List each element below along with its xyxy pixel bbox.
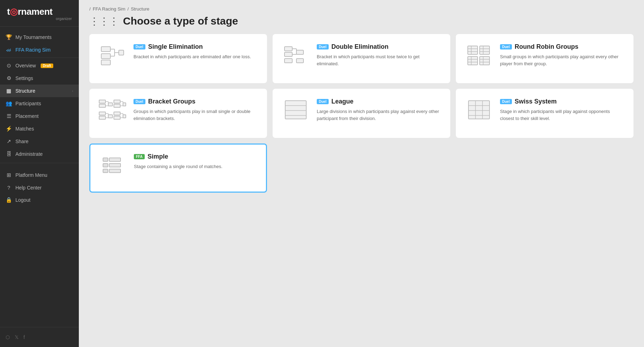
stage-types-grid: Duel Single Elimination Bracket in which… <box>79 34 644 193</box>
round-robin-desc: Small groups in which participants play … <box>500 53 624 67</box>
administrate-icon: 🗄 <box>6 151 12 157</box>
tournament-name-label: FFA Racing Sim <box>15 47 50 53</box>
svg-rect-69 <box>109 164 121 167</box>
sidebar-item-settings[interactable]: ⚙ Settings <box>0 72 79 85</box>
svg-rect-55 <box>123 115 126 118</box>
simple-title: Simple <box>148 153 168 160</box>
svg-rect-70 <box>103 169 108 173</box>
sidebar-item-help-center[interactable]: ? Help Center <box>0 181 79 194</box>
simple-tag: FFA <box>134 154 145 159</box>
sidebar-divider-2 <box>0 163 79 163</box>
logout-icon: 🔒 <box>6 197 12 203</box>
sidebar-section-platform: ⊞ Platform Menu ? Help Center 🔒 Logout <box>0 165 79 208</box>
svg-rect-60 <box>468 101 489 119</box>
breadcrumb-separator-2: / <box>128 6 129 12</box>
card-double-elimination[interactable]: Duel Double Elimination Bracket in which… <box>273 34 450 83</box>
single-elim-title: Single Elimination <box>148 43 203 51</box>
share-icon: ↗ <box>6 138 12 145</box>
svg-rect-24 <box>468 56 478 65</box>
card-league[interactable]: Duel League Large divisions in which par… <box>273 89 450 138</box>
card-simple[interactable]: FFA Simple Stage containing a single rou… <box>89 144 267 193</box>
matches-label: Matches <box>15 126 34 132</box>
bracket-groups-icon <box>98 98 126 123</box>
structure-icon: ▦ <box>6 88 12 94</box>
breadcrumb: / FFA Racing Sim / Structure <box>79 0 644 15</box>
single-elim-icon <box>98 43 126 68</box>
svg-rect-39 <box>114 104 120 107</box>
svg-rect-14 <box>296 59 303 63</box>
card-swiss-content: Duel Swiss System Stage in which partici… <box>500 98 624 122</box>
card-league-content: Duel League Large divisions in which par… <box>317 98 441 122</box>
sidebar-item-matches[interactable]: ⚡ Matches <box>0 122 79 135</box>
svg-rect-66 <box>103 158 108 161</box>
svg-rect-37 <box>108 103 112 106</box>
sidebar-item-overview[interactable]: ⊙ Overview Draft <box>0 59 79 72</box>
league-tag: Duel <box>317 99 329 104</box>
simple-icon <box>99 153 127 178</box>
svg-rect-33 <box>99 104 105 107</box>
discord-icon[interactable]: ⬡ <box>6 334 10 340</box>
logo[interactable]: t◎rnament <box>7 6 72 17</box>
round-robin-tag: Duel <box>500 44 512 49</box>
double-elim-tag: Duel <box>317 44 329 49</box>
sidebar-item-administrate[interactable]: 🗄 Administrate <box>0 148 79 160</box>
logout-label: Logout <box>15 197 30 203</box>
swiss-tag: Duel <box>500 99 512 104</box>
twitter-icon[interactable]: 𝕏 <box>15 334 19 340</box>
svg-rect-0 <box>101 47 110 52</box>
card-simple-content: FFA Simple Stage containing a single rou… <box>134 153 258 170</box>
svg-rect-56 <box>285 101 306 119</box>
page-title: Choose a type of stage <box>123 15 238 27</box>
svg-rect-38 <box>114 100 120 103</box>
bracket-groups-desc: Groups in which participants play in sma… <box>133 108 258 122</box>
platform-menu-icon: ⊞ <box>6 172 12 178</box>
card-swiss-system[interactable]: Duel Swiss System Stage in which partici… <box>456 89 633 138</box>
card-single-elimination[interactable]: Duel Single Elimination Bracket in which… <box>89 34 267 83</box>
sidebar-divider-1 <box>0 58 79 58</box>
sidebar-item-participants[interactable]: 👥 Participants <box>0 97 79 110</box>
placement-label: Placement <box>15 113 39 119</box>
sidebar-item-structure[interactable]: ▦ Structure › <box>0 85 79 97</box>
breadcrumb-separator-slash: / <box>89 6 91 12</box>
svg-rect-9 <box>285 52 292 56</box>
sidebar-item-my-tournaments[interactable]: 🏆 My Tournaments <box>0 31 79 44</box>
svg-rect-43 <box>123 103 126 106</box>
card-round-robin[interactable]: Duel Round Robin Groups Small groups in … <box>456 34 633 83</box>
sidebar-item-tournament[interactable]: 🏎 FFA Racing Sim <box>0 44 79 56</box>
svg-rect-32 <box>99 100 105 103</box>
svg-rect-71 <box>109 169 121 173</box>
svg-rect-51 <box>114 116 120 119</box>
league-desc: Large divisions in which participants pl… <box>317 108 441 122</box>
svg-rect-44 <box>99 112 105 115</box>
round-robin-icon <box>465 43 493 68</box>
swiss-title: Swiss System <box>515 98 557 105</box>
card-single-elim-title-row: Duel Single Elimination <box>133 43 258 51</box>
participants-icon: 👥 <box>6 100 12 107</box>
breadcrumb-tournament[interactable]: FFA Racing Sim <box>93 6 125 12</box>
sidebar-item-placement[interactable]: ☰ Placement <box>0 110 79 122</box>
sidebar-item-logout[interactable]: 🔒 Logout <box>0 194 79 206</box>
league-icon <box>282 98 310 123</box>
placement-icon: ☰ <box>6 113 12 119</box>
grid-icon: ⋮⋮⋮ <box>89 15 119 27</box>
svg-rect-13 <box>296 50 303 54</box>
my-tournaments-label: My Tournaments <box>15 34 52 40</box>
sidebar: t◎rnament organizer 🏆 My Tournaments 🏎 F… <box>0 0 79 347</box>
sidebar-item-share[interactable]: ↗ Share <box>0 135 79 148</box>
page-title-area: ⋮⋮⋮ Choose a type of stage <box>79 15 644 34</box>
card-bracket-groups[interactable]: Duel Bracket Groups Groups in which part… <box>89 89 267 138</box>
sidebar-item-platform-menu[interactable]: ⊞ Platform Menu <box>0 169 79 181</box>
svg-rect-45 <box>99 116 105 119</box>
help-icon: ? <box>6 185 12 191</box>
overview-icon: ⊙ <box>6 62 12 69</box>
platform-menu-label: Platform Menu <box>15 172 47 178</box>
svg-rect-67 <box>109 158 121 161</box>
card-swiss-title-row: Duel Swiss System <box>500 98 624 105</box>
facebook-icon[interactable]: f <box>23 334 25 340</box>
card-round-robin-content: Duel Round Robin Groups Small groups in … <box>500 43 624 67</box>
structure-label: Structure <box>15 88 35 94</box>
svg-rect-1 <box>101 54 110 59</box>
help-center-label: Help Center <box>15 185 42 191</box>
sidebar-bottom: ⬡ 𝕏 f <box>0 327 79 347</box>
bracket-groups-title: Bracket Groups <box>148 98 196 105</box>
